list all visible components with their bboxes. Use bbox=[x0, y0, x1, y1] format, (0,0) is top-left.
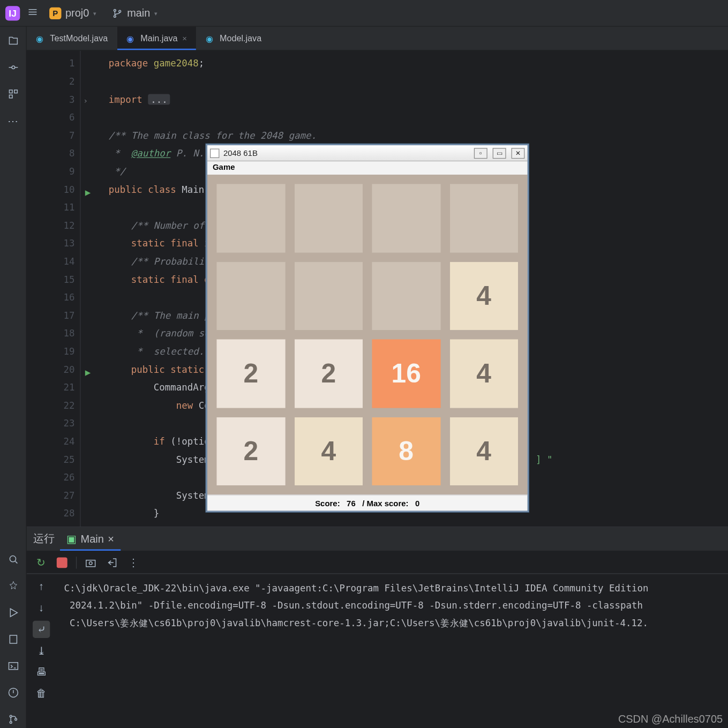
java-class-icon: ◉ bbox=[206, 34, 215, 43]
fold-icon[interactable]: › bbox=[83, 92, 88, 110]
svg-point-3 bbox=[11, 66, 14, 69]
run-config-tab[interactable]: ▣ Main × bbox=[60, 527, 121, 551]
run-tab-label: Main bbox=[81, 533, 104, 545]
java-class-icon: ◉ bbox=[36, 34, 45, 43]
soft-wrap-icon[interactable]: ⤶ bbox=[33, 621, 50, 638]
svg-point-7 bbox=[10, 556, 16, 562]
tile-2: 2 bbox=[216, 339, 285, 408]
close-tab-icon[interactable]: × bbox=[182, 34, 187, 43]
run-tool-icon[interactable] bbox=[4, 604, 21, 621]
svg-rect-5 bbox=[14, 90, 17, 93]
build-tool-icon[interactable] bbox=[4, 577, 21, 595]
editor-tab-model[interactable]: ◉ Model.java bbox=[196, 27, 271, 50]
bookmark-tool-icon[interactable] bbox=[4, 631, 21, 648]
run-gutter-icon[interactable]: ▶ bbox=[85, 363, 91, 381]
window-title: 2048 61B bbox=[223, 148, 258, 157]
tab-label: Main.java bbox=[140, 33, 177, 43]
tile-empty bbox=[449, 184, 518, 252]
tile-4: 4 bbox=[449, 417, 518, 485]
svg-rect-8 bbox=[10, 635, 17, 643]
rerun-icon[interactable]: ↻ bbox=[33, 555, 48, 569]
app-icon: IJ bbox=[5, 6, 20, 20]
svg-rect-6 bbox=[9, 95, 12, 98]
tile-empty bbox=[294, 184, 363, 252]
svg-point-15 bbox=[89, 561, 92, 565]
project-dropdown[interactable]: P proj0 ▾ bbox=[46, 6, 101, 20]
more-tool-icon[interactable]: ⋯ bbox=[4, 112, 21, 129]
branch-icon bbox=[111, 7, 123, 19]
svg-point-12 bbox=[10, 722, 12, 724]
svg-rect-9 bbox=[9, 663, 18, 670]
svg-point-0 bbox=[114, 9, 116, 11]
run-toolbar: ↻ ⋮ bbox=[27, 551, 728, 574]
down-icon[interactable]: ↓ bbox=[33, 599, 50, 617]
score-bar: Score: 76 / Max score: 0 bbox=[207, 494, 527, 511]
watermark: CSDN @Achilles0705 bbox=[618, 714, 723, 725]
java-class-icon: ◉ bbox=[126, 34, 136, 43]
tile-4: 4 bbox=[294, 417, 363, 485]
line-gutter: 12 3› 6789 10▶ 11121314 1516 171819 20▶ … bbox=[27, 51, 80, 527]
git-branch-dropdown[interactable]: main ▾ bbox=[107, 6, 162, 20]
editor-tab-main[interactable]: ◉ Main.java × bbox=[117, 27, 197, 50]
branch-name: main bbox=[127, 7, 150, 19]
close-button[interactable]: ✕ bbox=[512, 148, 525, 159]
tile-8: 8 bbox=[372, 417, 440, 485]
score-value: 76 bbox=[347, 498, 356, 507]
problems-tool-icon[interactable] bbox=[4, 684, 21, 701]
print-icon[interactable]: 🖶 bbox=[33, 663, 50, 680]
editor-tabs: ◉ TestModel.java ◉ Main.java × ◉ Model.j… bbox=[27, 27, 728, 51]
camera-icon[interactable] bbox=[84, 555, 98, 569]
scroll-end-icon[interactable]: ⤓ bbox=[33, 642, 50, 659]
structure-tool-icon[interactable] bbox=[4, 85, 21, 102]
console-output[interactable]: C:\jdk\Oracle_JDK-22\bin\java.exe "-java… bbox=[56, 574, 728, 728]
more-icon[interactable]: ⋮ bbox=[126, 555, 140, 569]
window-titlebar[interactable]: 2048 61B ▫ ▭ ✕ bbox=[207, 145, 527, 161]
run-title: 运行 bbox=[33, 532, 55, 546]
game-window[interactable]: 2048 61B ▫ ▭ ✕ Game 4221642484 Score: 76… bbox=[206, 144, 529, 512]
search-icon[interactable] bbox=[4, 551, 21, 568]
tile-empty bbox=[372, 261, 440, 330]
title-bar: IJ P proj0 ▾ main ▾ bbox=[0, 0, 728, 27]
run-side-toolbar: ↑ ↓ ⤶ ⤓ 🖶 🗑 bbox=[27, 574, 56, 728]
project-badge: P bbox=[49, 7, 61, 19]
up-icon[interactable]: ↑ bbox=[33, 578, 50, 595]
tab-label: TestModel.java bbox=[50, 33, 108, 43]
maximize-button[interactable]: ▭ bbox=[493, 148, 506, 159]
vcs-tool-icon[interactable] bbox=[4, 711, 21, 728]
tile-4: 4 bbox=[449, 261, 518, 330]
main-menu-icon[interactable] bbox=[27, 6, 39, 20]
close-icon[interactable]: × bbox=[108, 533, 114, 545]
tile-2: 2 bbox=[294, 339, 363, 408]
tile-empty bbox=[294, 261, 363, 330]
tab-label: Model.java bbox=[220, 33, 261, 43]
score-label: Score: bbox=[315, 498, 340, 507]
exit-icon[interactable] bbox=[104, 555, 119, 569]
tile-empty bbox=[216, 261, 285, 330]
run-tool-window: 运行 ▣ Main × ↻ ⋮ ↑ ↓ ⤶ ⤓ 🖶 🗑 C:\jdk\Oracl… bbox=[27, 527, 728, 728]
run-tab-icon: ▣ bbox=[66, 532, 77, 545]
menu-game[interactable]: Game bbox=[213, 163, 235, 172]
commit-tool-icon[interactable] bbox=[4, 59, 21, 76]
run-gutter-icon[interactable]: ▶ bbox=[85, 183, 91, 201]
svg-rect-14 bbox=[86, 560, 95, 566]
trash-icon[interactable]: 🗑 bbox=[33, 685, 50, 702]
svg-point-11 bbox=[10, 715, 12, 717]
run-header: 运行 ▣ Main × bbox=[27, 527, 728, 551]
editor-tab-testmodel[interactable]: ◉ TestModel.java bbox=[27, 27, 117, 50]
chevron-down-icon: ▾ bbox=[154, 10, 157, 16]
terminal-tool-icon[interactable] bbox=[4, 657, 21, 674]
tile-empty bbox=[372, 184, 440, 252]
tile-2: 2 bbox=[216, 417, 285, 485]
project-name: proj0 bbox=[65, 7, 89, 19]
svg-point-1 bbox=[114, 15, 116, 17]
minimize-button[interactable]: ▫ bbox=[474, 148, 487, 159]
java-app-icon bbox=[210, 148, 219, 157]
chevron-down-icon: ▾ bbox=[93, 10, 96, 16]
game-board[interactable]: 4221642484 bbox=[207, 175, 527, 494]
tool-window-bar-left: ⋯ bbox=[0, 27, 27, 728]
stop-button[interactable] bbox=[55, 555, 69, 569]
menu-bar[interactable]: Game bbox=[207, 161, 527, 175]
maxscore-value: 0 bbox=[415, 498, 419, 507]
tile-empty bbox=[216, 184, 285, 252]
project-tool-icon[interactable] bbox=[4, 32, 21, 49]
